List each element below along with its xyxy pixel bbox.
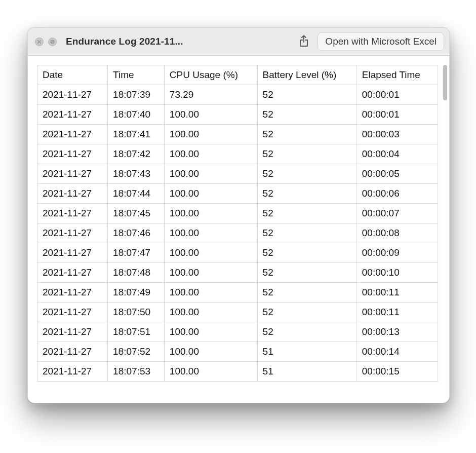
cell-cpu: 100.00 — [164, 283, 257, 303]
cell-battery: 52 — [257, 322, 356, 342]
cell-battery: 52 — [257, 125, 356, 144]
table-row: 2021-11-2718:07:40100.005200:00:01 — [37, 105, 438, 125]
cell-cpu: 100.00 — [164, 322, 257, 342]
cell-time: 18:07:51 — [108, 322, 165, 342]
cell-time: 18:07:48 — [108, 263, 165, 283]
cell-elapsed: 00:00:06 — [356, 184, 438, 204]
cell-elapsed: 00:00:01 — [356, 105, 438, 125]
cell-battery: 52 — [257, 164, 356, 184]
cell-time: 18:07:40 — [108, 105, 165, 125]
cell-battery: 52 — [257, 85, 356, 105]
cell-elapsed: 00:00:07 — [356, 204, 438, 223]
table-scrollpane[interactable]: DateTimeCPU Usage (%)Battery Level (%)El… — [28, 56, 441, 403]
vertical-scrollbar[interactable] — [441, 56, 449, 403]
scrollbar-thumb[interactable] — [443, 65, 447, 100]
cell-battery: 52 — [257, 243, 356, 263]
cell-cpu: 100.00 — [164, 144, 257, 164]
cell-cpu: 100.00 — [164, 342, 257, 362]
window-controls — [35, 37, 57, 46]
cell-battery: 52 — [257, 223, 356, 243]
cell-date: 2021-11-27 — [37, 164, 108, 184]
titlebar: Endurance Log 2021-11... Open with Micro… — [28, 28, 449, 56]
cell-date: 2021-11-27 — [37, 243, 108, 263]
table-row: 2021-11-2718:07:43100.005200:00:05 — [37, 164, 438, 184]
cell-cpu: 100.00 — [164, 303, 257, 322]
cell-elapsed: 00:00:15 — [356, 362, 438, 382]
cell-elapsed: 00:00:05 — [356, 164, 438, 184]
cell-date: 2021-11-27 — [37, 85, 108, 105]
cell-date: 2021-11-27 — [37, 204, 108, 223]
cell-date: 2021-11-27 — [37, 362, 108, 382]
cell-time: 18:07:53 — [108, 362, 165, 382]
cell-time: 18:07:39 — [108, 85, 165, 105]
open-with-button[interactable]: Open with Microsoft Excel — [318, 32, 444, 51]
cell-time: 18:07:52 — [108, 342, 165, 362]
cell-cpu: 73.29 — [164, 85, 257, 105]
cell-elapsed: 00:00:01 — [356, 85, 438, 105]
cell-elapsed: 00:00:10 — [356, 263, 438, 283]
cell-elapsed: 00:00:14 — [356, 342, 438, 362]
table-row: 2021-11-2718:07:44100.005200:00:06 — [37, 184, 438, 204]
cell-date: 2021-11-27 — [37, 322, 108, 342]
cell-battery: 51 — [257, 342, 356, 362]
cell-date: 2021-11-27 — [37, 303, 108, 322]
cell-elapsed: 00:00:03 — [356, 125, 438, 144]
cell-time: 18:07:43 — [108, 164, 165, 184]
col-header: Battery Level (%) — [257, 65, 356, 85]
col-header: CPU Usage (%) — [164, 65, 257, 85]
cell-date: 2021-11-27 — [37, 263, 108, 283]
cell-battery: 52 — [257, 144, 356, 164]
fullscreen-icon — [50, 40, 55, 44]
table-row: 2021-11-2718:07:51100.005200:00:13 — [37, 322, 438, 342]
table-row: 2021-11-2718:07:46100.005200:00:08 — [37, 223, 438, 243]
cell-elapsed: 00:00:04 — [356, 144, 438, 164]
cell-cpu: 100.00 — [164, 184, 257, 204]
table-row: 2021-11-2718:07:41100.005200:00:03 — [37, 125, 438, 144]
table-row: 2021-11-2718:07:47100.005200:00:09 — [37, 243, 438, 263]
cell-elapsed: 00:00:11 — [356, 303, 438, 322]
close-button[interactable] — [35, 37, 44, 46]
cell-battery: 52 — [257, 303, 356, 322]
cell-time: 18:07:42 — [108, 144, 165, 164]
cell-cpu: 100.00 — [164, 204, 257, 223]
cell-time: 18:07:41 — [108, 125, 165, 144]
table-row: 2021-11-2718:07:42100.005200:00:04 — [37, 144, 438, 164]
cell-date: 2021-11-27 — [37, 125, 108, 144]
cell-cpu: 100.00 — [164, 362, 257, 382]
window-title: Endurance Log 2021-11... — [66, 36, 183, 47]
cell-elapsed: 00:00:11 — [356, 283, 438, 303]
cell-date: 2021-11-27 — [37, 223, 108, 243]
col-header: Date — [37, 65, 108, 85]
cell-time: 18:07:50 — [108, 303, 165, 322]
cell-battery: 52 — [257, 263, 356, 283]
close-icon — [37, 40, 42, 44]
fullscreen-button[interactable] — [48, 37, 57, 46]
cell-battery: 52 — [257, 184, 356, 204]
cell-time: 18:07:45 — [108, 204, 165, 223]
table-header-row: DateTimeCPU Usage (%)Battery Level (%)El… — [37, 65, 438, 85]
cell-time: 18:07:47 — [108, 243, 165, 263]
cell-battery: 52 — [257, 283, 356, 303]
table-row: 2021-11-2718:07:50100.005200:00:11 — [37, 303, 438, 322]
table-row: 2021-11-2718:07:49100.005200:00:11 — [37, 283, 438, 303]
cell-elapsed: 00:00:08 — [356, 223, 438, 243]
col-header: Elapsed Time — [356, 65, 438, 85]
quicklook-window: Endurance Log 2021-11... Open with Micro… — [27, 27, 450, 403]
window-body: DateTimeCPU Usage (%)Battery Level (%)El… — [28, 56, 449, 403]
data-table: DateTimeCPU Usage (%)Battery Level (%)El… — [37, 65, 438, 382]
cell-battery: 52 — [257, 204, 356, 223]
table-row: 2021-11-2718:07:3973.295200:00:01 — [37, 85, 438, 105]
cell-date: 2021-11-27 — [37, 283, 108, 303]
cell-cpu: 100.00 — [164, 243, 257, 263]
cell-date: 2021-11-27 — [37, 184, 108, 204]
cell-elapsed: 00:00:09 — [356, 243, 438, 263]
table-row: 2021-11-2718:07:48100.005200:00:10 — [37, 263, 438, 283]
cell-cpu: 100.00 — [164, 164, 257, 184]
cell-cpu: 100.00 — [164, 105, 257, 125]
cell-date: 2021-11-27 — [37, 105, 108, 125]
cell-date: 2021-11-27 — [37, 144, 108, 164]
table-body: 2021-11-2718:07:3973.295200:00:012021-11… — [37, 85, 438, 382]
cell-cpu: 100.00 — [164, 263, 257, 283]
cell-time: 18:07:44 — [108, 184, 165, 204]
share-button[interactable] — [295, 33, 312, 50]
